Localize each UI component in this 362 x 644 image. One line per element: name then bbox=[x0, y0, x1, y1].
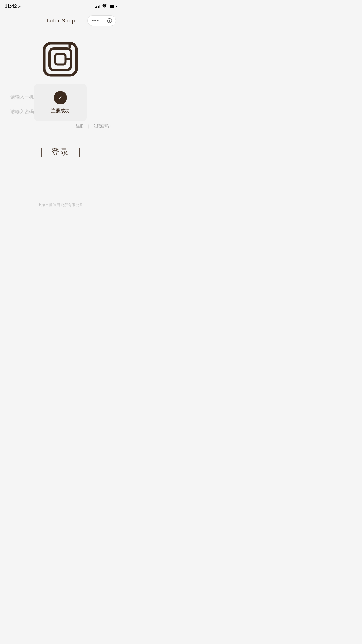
links-row: 注册 ｜ 忘记密码? bbox=[0, 124, 121, 129]
status-icons bbox=[95, 4, 116, 9]
record-button[interactable] bbox=[103, 15, 116, 26]
links-divider: ｜ bbox=[86, 124, 90, 129]
app-logo bbox=[41, 40, 79, 78]
login-button-area: ｜ 登录 ｜ bbox=[0, 146, 121, 158]
checkmark-icon: ✓ bbox=[58, 94, 63, 101]
toast-check-circle: ✓ bbox=[54, 91, 67, 104]
login-button-label: 登录 bbox=[51, 147, 70, 156]
login-button[interactable]: 登录 bbox=[51, 146, 70, 158]
wifi-icon bbox=[102, 4, 107, 9]
nav-buttons: ••• bbox=[87, 15, 116, 26]
svg-rect-4 bbox=[55, 54, 66, 64]
forgot-password-link[interactable]: 忘记密码? bbox=[93, 124, 111, 129]
battery-icon bbox=[109, 5, 116, 8]
status-bar: 11:42 ↗ bbox=[0, 0, 121, 13]
toast-message: 注册成功 bbox=[51, 108, 70, 114]
more-button[interactable]: ••• bbox=[87, 15, 103, 26]
status-time: 11:42 bbox=[5, 4, 17, 9]
footer-text: 上海市服装研究所有限公司 bbox=[38, 203, 83, 207]
login-bar-left: ｜ bbox=[37, 146, 45, 158]
form-area: ✓ 注册成功 bbox=[0, 90, 121, 119]
footer: 上海市服装研究所有限公司 bbox=[0, 202, 121, 208]
logo-area bbox=[41, 40, 79, 78]
location-icon: ↗ bbox=[18, 4, 21, 9]
toast-overlay: ✓ 注册成功 bbox=[34, 84, 87, 121]
signal-icon bbox=[95, 4, 100, 8]
record-icon bbox=[107, 18, 112, 23]
nav-header: Tailor Shop ••• bbox=[0, 13, 121, 29]
login-bar-right: ｜ bbox=[75, 146, 83, 158]
register-link[interactable]: 注册 bbox=[76, 124, 84, 129]
page-title: Tailor Shop bbox=[45, 18, 75, 24]
svg-point-1 bbox=[109, 20, 110, 22]
